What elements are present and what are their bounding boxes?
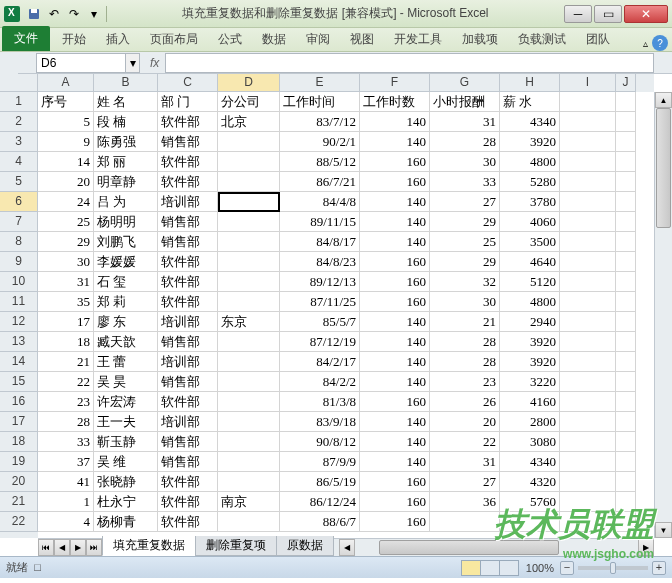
zoom-slider-thumb[interactable] — [610, 562, 616, 574]
qat-undo-icon[interactable]: ↶ — [45, 5, 63, 23]
cell[interactable] — [616, 252, 636, 272]
minimize-button[interactable]: ─ — [564, 5, 592, 23]
cell[interactable] — [560, 472, 616, 492]
cell[interactable] — [616, 432, 636, 452]
cell-header[interactable]: 分公司 — [218, 92, 280, 112]
view-page-layout-button[interactable] — [480, 560, 500, 576]
cell[interactable]: 张晓静 — [94, 472, 158, 492]
cell[interactable]: 160 — [360, 152, 430, 172]
zoom-level[interactable]: 100% — [526, 562, 554, 574]
cell[interactable]: 培训部 — [158, 352, 218, 372]
cell[interactable]: 软件部 — [158, 252, 218, 272]
cell[interactable]: 4340 — [500, 112, 560, 132]
help-icon[interactable]: ? — [652, 35, 668, 51]
cell[interactable]: 北京 — [218, 112, 280, 132]
cell[interactable]: 4060 — [500, 212, 560, 232]
cell[interactable]: 86/7/21 — [280, 172, 360, 192]
cell[interactable]: 25 — [38, 212, 94, 232]
cell[interactable] — [560, 392, 616, 412]
cell[interactable]: 5120 — [500, 272, 560, 292]
cell[interactable]: 160 — [360, 492, 430, 512]
tab-file[interactable]: 文件 — [2, 26, 50, 51]
cell[interactable] — [218, 432, 280, 452]
cell[interactable] — [218, 252, 280, 272]
sheet-nav-first[interactable]: ⏮ — [38, 539, 54, 556]
cell[interactable]: 87/11/25 — [280, 292, 360, 312]
cell[interactable]: 培训部 — [158, 192, 218, 212]
row-header-13[interactable]: 13 — [0, 332, 38, 352]
cell[interactable] — [560, 332, 616, 352]
cell[interactable]: 4800 — [500, 292, 560, 312]
cell[interactable] — [218, 392, 280, 412]
cell[interactable] — [616, 272, 636, 292]
cell[interactable]: 5280 — [500, 172, 560, 192]
cell[interactable]: 31 — [38, 272, 94, 292]
cell[interactable]: 28 — [430, 132, 500, 152]
cell[interactable]: 软件部 — [158, 292, 218, 312]
cell-header[interactable]: 姓 名 — [94, 92, 158, 112]
formula-input[interactable] — [165, 53, 654, 73]
cell[interactable]: 23 — [38, 392, 94, 412]
row-header-11[interactable]: 11 — [0, 292, 38, 312]
maximize-button[interactable]: ▭ — [594, 5, 622, 23]
cell[interactable]: 臧天歆 — [94, 332, 158, 352]
cell[interactable] — [560, 212, 616, 232]
tab-developer[interactable]: 开发工具 — [384, 28, 452, 51]
hscroll-track[interactable] — [363, 539, 638, 556]
cell[interactable]: 培训部 — [158, 412, 218, 432]
sheet-nav-last[interactable]: ⏭ — [86, 539, 102, 556]
cell[interactable]: 37 — [38, 452, 94, 472]
cell[interactable]: 软件部 — [158, 272, 218, 292]
cell[interactable]: 140 — [360, 452, 430, 472]
row-header-22[interactable]: 22 — [0, 512, 38, 532]
cell[interactable]: 销售部 — [158, 372, 218, 392]
cell[interactable]: 明章静 — [94, 172, 158, 192]
zoom-slider[interactable] — [578, 566, 648, 570]
cell[interactable]: 石 玺 — [94, 272, 158, 292]
cell[interactable]: 销售部 — [158, 132, 218, 152]
cell[interactable]: 吴 维 — [94, 452, 158, 472]
row-header-18[interactable]: 18 — [0, 432, 38, 452]
status-macro-rec[interactable]: □ — [34, 561, 41, 573]
tab-addins[interactable]: 加载项 — [452, 28, 508, 51]
cell[interactable]: 84/2/17 — [280, 352, 360, 372]
cell[interactable]: 4 — [38, 512, 94, 532]
cell[interactable]: 160 — [360, 252, 430, 272]
cell[interactable] — [616, 192, 636, 212]
row-header-12[interactable]: 12 — [0, 312, 38, 332]
zoom-out-button[interactable]: − — [560, 561, 574, 575]
cell[interactable] — [218, 372, 280, 392]
cell[interactable] — [616, 312, 636, 332]
cell[interactable] — [218, 292, 280, 312]
cell-header[interactable]: 部 门 — [158, 92, 218, 112]
cell[interactable] — [560, 252, 616, 272]
view-page-break-button[interactable] — [499, 560, 519, 576]
cell[interactable]: 28 — [430, 332, 500, 352]
cell[interactable] — [560, 232, 616, 252]
cell[interactable]: 160 — [360, 272, 430, 292]
cell[interactable]: 3500 — [500, 232, 560, 252]
cell[interactable] — [560, 92, 616, 112]
col-header-I[interactable]: I — [560, 74, 616, 92]
cell[interactable]: 27 — [430, 472, 500, 492]
cell[interactable]: 160 — [360, 292, 430, 312]
cell[interactable]: 陈勇强 — [94, 132, 158, 152]
cell[interactable]: 3920 — [500, 332, 560, 352]
vertical-scrollbar[interactable]: ▲ ▼ — [654, 92, 672, 538]
qat-dropdown-icon[interactable]: ▾ — [85, 5, 103, 23]
cell[interactable] — [616, 172, 636, 192]
hscroll-right-button[interactable]: ▶ — [638, 539, 654, 556]
cell[interactable]: 140 — [360, 112, 430, 132]
cell[interactable]: 5760 — [500, 492, 560, 512]
cell[interactable]: 140 — [360, 232, 430, 252]
cell[interactable]: 软件部 — [158, 152, 218, 172]
vscroll-track[interactable] — [655, 108, 672, 522]
cell[interactable] — [616, 292, 636, 312]
cell[interactable]: 吕 为 — [94, 192, 158, 212]
cell[interactable] — [560, 272, 616, 292]
cell[interactable]: 84/8/17 — [280, 232, 360, 252]
cell[interactable]: 30 — [430, 292, 500, 312]
cell[interactable] — [218, 192, 280, 212]
cell-header[interactable]: 序号 — [38, 92, 94, 112]
cell[interactable] — [616, 412, 636, 432]
